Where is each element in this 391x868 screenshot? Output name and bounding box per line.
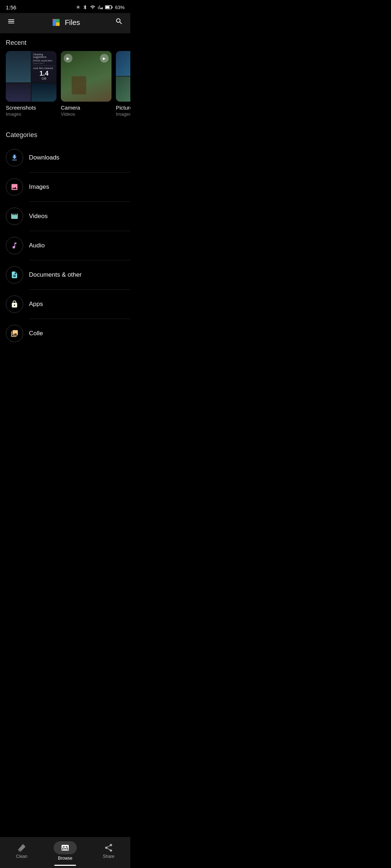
category-collections[interactable]: Colle	[0, 319, 130, 348]
recent-section: Recent Cleaning suggestions Delete dupli…	[0, 33, 130, 123]
notification-icon: ✳	[76, 4, 80, 10]
category-videos[interactable]: Videos	[0, 202, 130, 231]
category-apps[interactable]: Apps	[0, 290, 130, 319]
apps-icon-wrapper	[6, 295, 23, 313]
camera-thumb: ▶ ▶	[61, 51, 112, 102]
screenshots-name: Screenshots	[6, 105, 56, 111]
signal-icon	[98, 5, 103, 10]
audio-label: Audio	[29, 242, 45, 249]
overlay-junk: Junk files cleaned	[33, 67, 55, 69]
recent-item-pictures[interactable]: Pictures Images	[116, 51, 130, 117]
categories-section: Categories Downloads Images	[0, 123, 130, 348]
documents-icon	[10, 271, 18, 279]
recent-title: Recent	[0, 33, 130, 51]
app-title-area: Files	[50, 17, 80, 28]
bluetooth-icon	[83, 5, 88, 10]
collections-label: Colle	[29, 330, 43, 337]
recent-item-screenshots[interactable]: Cleaning suggestions Delete duplicates S…	[6, 51, 56, 117]
recent-item-camera[interactable]: ▶ ▶ Camera Videos	[61, 51, 112, 117]
battery-icon	[105, 5, 113, 10]
category-documents[interactable]: Documents & other	[0, 260, 130, 289]
pictures-thumb	[116, 51, 130, 102]
play-icon-1: ▶	[64, 54, 72, 63]
wifi-icon	[90, 5, 96, 10]
overlay-delete: Delete duplicates	[33, 59, 55, 62]
downloads-icon-wrapper	[6, 149, 23, 166]
videos-icon-wrapper	[6, 208, 23, 225]
search-button[interactable]	[114, 16, 125, 29]
status-bar: 1:56 ✳ 63%	[0, 0, 130, 13]
category-audio[interactable]: Audio	[0, 231, 130, 260]
documents-icon-wrapper	[6, 266, 23, 284]
images-icon	[10, 183, 18, 191]
pictures-name: Pictures	[116, 105, 130, 111]
status-time: 1:56	[6, 4, 16, 10]
documents-label: Documents & other	[29, 271, 82, 278]
app-name: Files	[65, 18, 80, 27]
camera-type: Videos	[61, 111, 112, 117]
audio-icon-wrapper	[6, 237, 23, 254]
collections-icon-wrapper	[6, 325, 23, 342]
svg-rect-2	[112, 7, 113, 8]
images-icon-wrapper	[6, 178, 23, 196]
downloads-icon	[10, 154, 18, 162]
categories-title: Categories	[0, 125, 130, 143]
bottom-spacer	[0, 348, 130, 384]
status-icons: ✳ 63%	[76, 4, 125, 10]
main-content: Recent Cleaning suggestions Delete dupli…	[0, 33, 130, 384]
images-label: Images	[29, 183, 49, 191]
category-downloads[interactable]: Downloads	[0, 143, 130, 172]
screenshots-thumb: Cleaning suggestions Delete duplicates S…	[6, 51, 56, 102]
apps-icon	[10, 300, 18, 308]
camera-name: Camera	[61, 105, 112, 111]
videos-icon	[10, 212, 18, 220]
menu-button[interactable]	[6, 16, 17, 29]
play-icon-2: ▶	[100, 54, 109, 63]
app-header: Files	[0, 13, 130, 33]
category-images[interactable]: Images	[0, 173, 130, 201]
audio-icon	[10, 242, 18, 250]
apps-label: Apps	[29, 301, 43, 308]
overlay-number: 1.4	[33, 70, 55, 77]
collections-icon	[10, 329, 18, 337]
battery-percent: 63%	[115, 5, 125, 10]
overlay-title: Cleaning suggestions	[33, 53, 55, 58]
svg-rect-1	[105, 6, 109, 8]
app-logo	[50, 17, 62, 28]
pictures-type: Images	[116, 111, 130, 117]
videos-label: Videos	[29, 213, 48, 220]
recent-scroll[interactable]: Cleaning suggestions Delete duplicates S…	[0, 51, 130, 123]
screenshots-type: Images	[6, 111, 56, 117]
downloads-label: Downloads	[29, 154, 59, 161]
overlay-unit: GB	[33, 77, 55, 80]
